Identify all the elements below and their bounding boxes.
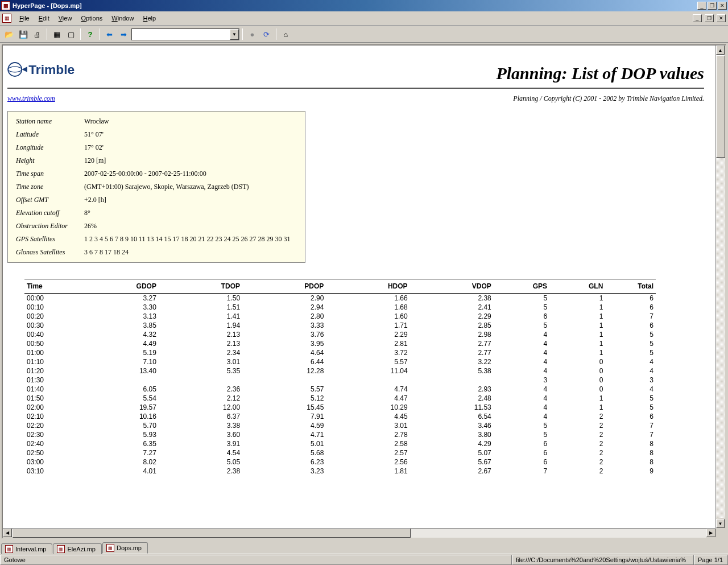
- document-frame: Trimble Planning: List of DOP values www…: [2, 44, 726, 539]
- table-row: 01:505.542.125.124.472.48415: [24, 394, 656, 403]
- value-longitude: 17° 02': [82, 141, 299, 154]
- website-link[interactable]: www.trimble.com: [7, 94, 55, 103]
- label-gps: GPS Satellites: [14, 233, 82, 246]
- document-icon[interactable]: ▦: [2, 14, 11, 23]
- tab-dops-mp[interactable]: ▦Dops.mp: [102, 542, 148, 554]
- menu-edit[interactable]: Edit: [34, 13, 54, 23]
- page-title: Planning: List of DOP values: [496, 64, 704, 83]
- view1-button[interactable]: ▦: [50, 28, 63, 40]
- label-cutoff: Elevation cutoff: [14, 207, 82, 220]
- col-pdop: PDOP: [242, 279, 326, 294]
- file-icon: ▦: [57, 545, 65, 553]
- status-ready: Gotowe: [0, 555, 512, 565]
- status-bar: Gotowe file:///C:/Documents%20and%20Sett…: [0, 554, 728, 565]
- open-button[interactable]: 📂: [2, 28, 15, 40]
- close-button[interactable]: ✕: [718, 2, 727, 10]
- back-button[interactable]: ⬅: [103, 28, 116, 40]
- table-row: 01:406.052.365.574.742.93404: [24, 385, 656, 394]
- save-button[interactable]: 💾: [16, 28, 30, 40]
- address-combo[interactable]: ▼: [131, 28, 239, 40]
- label-latitude: Latitude: [14, 128, 82, 141]
- value-cutoff: 8°: [82, 207, 299, 220]
- tabs-bar: ▦Interval.mp▦EleAzi.mp▦Dops.mp: [0, 541, 728, 554]
- table-row: 00:203.131.412.801.602.29617: [24, 312, 656, 321]
- menu-view[interactable]: View: [54, 13, 77, 23]
- label-obstruction: Obstruction Editor: [14, 220, 82, 233]
- tab-eleazi-mp[interactable]: ▦EleAzi.mp: [53, 543, 102, 554]
- mdi-close-button[interactable]: ✕: [717, 14, 726, 22]
- value-obstruction: 26%: [82, 220, 299, 233]
- table-row: 02:406.353.915.012.584.29628: [24, 439, 656, 448]
- copyright-text: Planning / Copyright (C) 2001 - 2002 by …: [513, 94, 704, 103]
- table-row: 02:0019.5712.0015.4510.2911.53415: [24, 403, 656, 412]
- col-total: Total: [605, 279, 656, 294]
- scroll-thumb-h[interactable]: [13, 529, 411, 538]
- dop-table: TimeGDOPTDOPPDOPHDOPVDOPGPSGLNTotal 00:0…: [24, 279, 656, 476]
- toolbar: 📂 💾 🖨 ▦ ▢ ? ⬅ ➡ ▼ ● ⟳ ⌂: [0, 26, 728, 43]
- scroll-up-button[interactable]: ▲: [716, 46, 725, 55]
- print-button[interactable]: 🖨: [31, 28, 44, 40]
- scroll-down-button[interactable]: ▼: [716, 519, 725, 528]
- tab-label: EleAzi.mp: [67, 546, 96, 552]
- col-gps: GPS: [494, 279, 549, 294]
- scroll-corner: [715, 528, 725, 538]
- menu-file[interactable]: File: [15, 13, 34, 23]
- col-gln: GLN: [549, 279, 605, 294]
- window-title: HyperPage - [Dops.mp]: [13, 2, 696, 9]
- value-height: 120 [m]: [82, 154, 299, 167]
- title-bar: ▦ HyperPage - [Dops.mp] _ ❐ ✕: [0, 0, 728, 11]
- refresh-button[interactable]: ⟳: [260, 28, 273, 40]
- menu-window[interactable]: Window: [107, 13, 138, 23]
- col-vdop: VDOP: [410, 279, 494, 294]
- table-row: 00:103.301.512.941.682.41516: [24, 303, 656, 312]
- table-row: 01:30303: [24, 376, 656, 385]
- minimize-button[interactable]: _: [697, 2, 706, 10]
- table-row: 01:2013.405.3512.2811.045.38404: [24, 366, 656, 376]
- table-row: 03:008.025.056.232.565.67628: [24, 457, 656, 467]
- label-timespan: Time span: [14, 167, 82, 180]
- trimble-logo: Trimble: [7, 56, 110, 83]
- svg-text:Trimble: Trimble: [28, 62, 75, 77]
- vertical-scrollbar[interactable]: ▲ ▼: [715, 46, 725, 528]
- label-station: Station name: [14, 115, 82, 128]
- value-latitude: 51° 07': [82, 128, 299, 141]
- home-button[interactable]: ⌂: [279, 28, 292, 40]
- app-icon: ▦: [1, 1, 10, 10]
- address-input[interactable]: [132, 31, 230, 38]
- value-gln: 3 6 7 8 17 18 24: [82, 246, 299, 259]
- table-row: 00:504.492.133.952.812.77415: [24, 339, 656, 348]
- col-tdop: TDOP: [159, 279, 242, 294]
- label-longitude: Longitude: [14, 141, 82, 154]
- restore-button[interactable]: ❐: [708, 2, 717, 10]
- document-content: Trimble Planning: List of DOP values www…: [3, 46, 715, 528]
- dropdown-icon[interactable]: ▼: [230, 29, 239, 40]
- tab-label: Interval.mp: [15, 546, 46, 552]
- col-gdop: GDOP: [75, 279, 159, 294]
- scroll-right-button[interactable]: ▶: [706, 529, 715, 537]
- value-timezone: (GMT+01:00) Sarajewo, Skopie, Warszawa, …: [82, 180, 299, 193]
- scroll-left-button[interactable]: ◀: [3, 529, 12, 537]
- col-time: Time: [24, 279, 75, 294]
- tab-label: Dops.mp: [117, 545, 142, 551]
- value-station: Wrocław: [82, 115, 299, 128]
- table-row: 00:404.322.133.762.292.98415: [24, 330, 656, 339]
- value-gps: 1 2 3 4 5 6 7 8 9 10 11 13 14 15 17 18 2…: [82, 233, 299, 246]
- file-icon: ▦: [106, 544, 114, 552]
- stop-button[interactable]: ●: [246, 28, 259, 40]
- menu-help[interactable]: Help: [138, 13, 160, 23]
- tab-interval-mp[interactable]: ▦Interval.mp: [1, 543, 52, 554]
- col-hdop: HDOP: [326, 279, 410, 294]
- horizontal-scrollbar[interactable]: ◀ ▶: [3, 528, 715, 538]
- view2-button[interactable]: ▢: [64, 28, 77, 40]
- label-height: Height: [14, 154, 82, 167]
- svg-point-0: [8, 63, 22, 76]
- mdi-minimize-button[interactable]: _: [693, 14, 702, 22]
- scroll-thumb-v[interactable]: [716, 55, 725, 158]
- help-button[interactable]: ?: [84, 28, 97, 40]
- menu-options[interactable]: Options: [76, 13, 107, 23]
- table-row: 00:003.271.502.901.662.38516: [24, 294, 656, 303]
- forward-button[interactable]: ➡: [117, 28, 130, 40]
- label-offset: Offset GMT: [14, 193, 82, 207]
- mdi-restore-button[interactable]: ❐: [705, 14, 714, 22]
- value-offset: +2.0 [h]: [82, 193, 299, 207]
